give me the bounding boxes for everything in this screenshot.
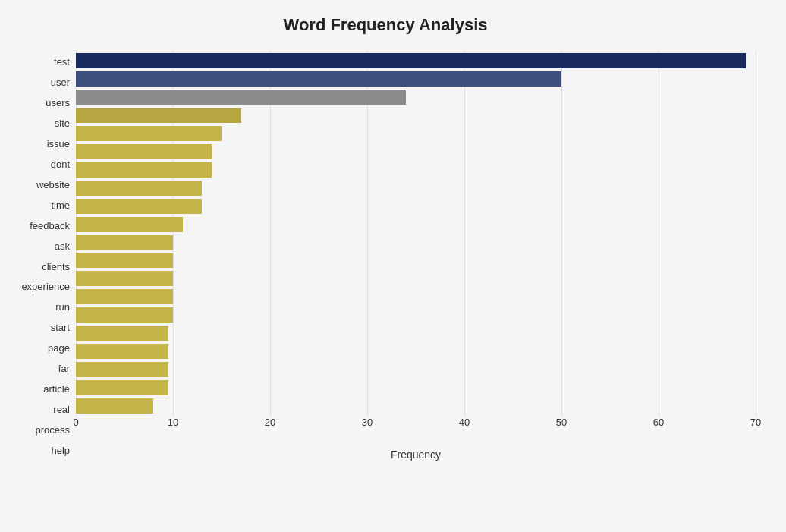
- bar: [76, 380, 168, 395]
- y-axis-label: dont: [51, 154, 70, 175]
- y-axis-label: users: [46, 93, 70, 113]
- bar: [76, 144, 212, 159]
- bar: [76, 53, 746, 68]
- x-tick-label: 10: [168, 417, 178, 428]
- chart-title: Word Frequency Analysis: [15, 15, 756, 35]
- bar: [76, 326, 168, 341]
- bar: [76, 162, 212, 178]
- x-tick-label: 30: [362, 417, 373, 428]
- bar: [76, 199, 202, 214]
- chart-area: testuseruserssiteissuedontwebsitetimefee…: [15, 50, 756, 461]
- chart-container: Word Frequency Analysis testuseruserssit…: [0, 0, 786, 532]
- y-axis-label: help: [51, 440, 70, 461]
- bar-row: [76, 397, 756, 415]
- bar-row: [76, 306, 756, 324]
- bar: [76, 271, 173, 286]
- bar-row: [76, 216, 756, 234]
- bar: [76, 181, 202, 196]
- bar: [76, 307, 173, 323]
- bar: [76, 108, 241, 123]
- bar-row: [76, 143, 756, 161]
- bar-row: [76, 288, 756, 306]
- y-axis-label: page: [48, 338, 70, 358]
- y-axis-label: real: [53, 399, 70, 420]
- bar: [76, 235, 173, 250]
- y-axis-label: test: [54, 52, 70, 72]
- bar: [76, 90, 406, 105]
- bar-row: [76, 379, 756, 397]
- x-axis-title: Frequency: [76, 449, 756, 461]
- y-axis-label: clients: [42, 257, 70, 277]
- x-tick-label: 50: [556, 417, 567, 428]
- y-axis-label: site: [55, 113, 70, 134]
- x-tick-label: 0: [73, 417, 78, 428]
- bar: [76, 289, 173, 304]
- grid-line: [756, 50, 756, 417]
- bar-row: [76, 269, 756, 288]
- x-axis: 010203040506070: [76, 417, 756, 435]
- bar-row: [76, 234, 756, 252]
- y-axis-label: website: [36, 175, 70, 195]
- y-axis-label: feedback: [30, 216, 70, 236]
- bar: [76, 362, 168, 377]
- x-tick-label: 20: [265, 417, 275, 428]
- y-axis-labels: testuseruserssiteissuedontwebsitetimefee…: [15, 50, 76, 461]
- bar: [76, 126, 222, 141]
- bar-row: [76, 88, 756, 106]
- bar: [76, 217, 183, 232]
- y-axis-label: run: [55, 297, 70, 317]
- y-axis-label: far: [58, 358, 70, 379]
- bar-row: [76, 360, 756, 379]
- x-tick-label: 60: [653, 417, 664, 428]
- bar-row: [76, 106, 756, 124]
- bar: [76, 398, 153, 414]
- bar-row: [76, 124, 756, 143]
- grid-and-bars: [76, 50, 756, 417]
- bar-row: [76, 52, 756, 70]
- y-axis-label: ask: [55, 236, 70, 257]
- x-tick-label: 70: [750, 417, 761, 428]
- bar: [76, 71, 561, 87]
- y-axis-label: article: [43, 379, 70, 399]
- bars-and-grid: 010203040506070 Frequency: [76, 50, 756, 461]
- x-tick-label: 40: [459, 417, 470, 428]
- bar-row: [76, 161, 756, 179]
- y-axis-label: experience: [21, 276, 70, 297]
- bar: [76, 253, 173, 268]
- y-axis-label: user: [51, 72, 70, 93]
- bar-row: [76, 179, 756, 197]
- bar-row: [76, 251, 756, 269]
- bar-row: [76, 70, 756, 88]
- y-axis-label: process: [35, 420, 70, 440]
- y-axis-label: start: [51, 317, 70, 338]
- y-axis-label: time: [51, 195, 70, 216]
- bar-row: [76, 197, 756, 216]
- bar-row: [76, 342, 756, 360]
- bar-row: [76, 324, 756, 342]
- bar: [76, 344, 168, 359]
- y-axis-label: issue: [47, 134, 70, 154]
